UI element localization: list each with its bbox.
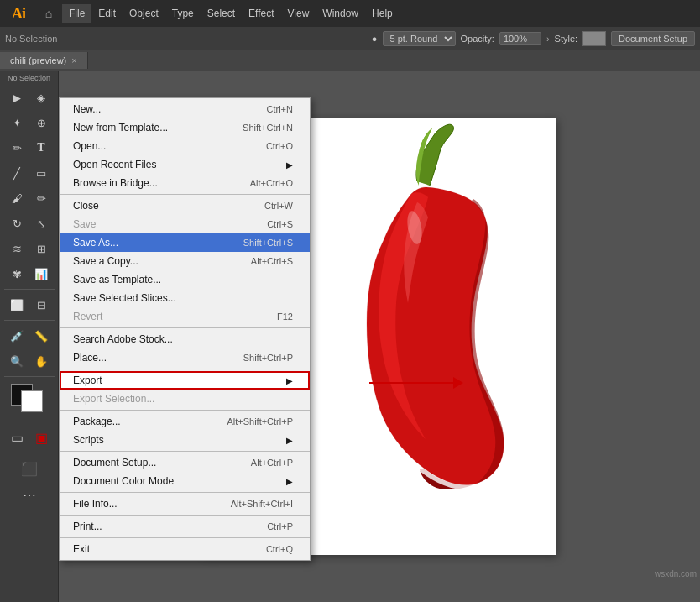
menu-item-save-label: Save (73, 218, 96, 230)
normal-mode[interactable]: ▭ (5, 426, 29, 449)
menu-item-color-mode[interactable]: Document Color Mode ▶ (60, 472, 310, 490)
menu-item-exit-shortcut: Ctrl+Q (266, 544, 293, 554)
main-area: No Selection ▶ ◈ ✦ ⊕ ✏ T ╱ ▭ 🖌 ✏ ↻ ⤡ ≋ ⊞ (0, 71, 700, 602)
warp-tool[interactable]: ≋ (5, 237, 29, 260)
menu-type[interactable]: Type (165, 4, 201, 23)
menu-file[interactable]: File (62, 4, 91, 23)
menu-item-new-shortcut: Ctrl+N (267, 104, 293, 114)
direct-select-tool[interactable]: ◈ (29, 86, 53, 109)
opacity-label: Opacity: (461, 34, 494, 44)
menu-item-new-template-label: New from Template... (73, 122, 168, 133)
pen-tool[interactable]: ✏ (5, 136, 29, 160)
free-transform-tool[interactable]: ⊞ (29, 237, 53, 260)
screen-mode[interactable]: ⬛ (18, 457, 41, 480)
menu-item-new-label: New... (73, 103, 101, 115)
toolbar: No Selection ● 5 pt. Round Opacity: › St… (0, 27, 700, 50)
menu-item-doc-setup-label: Document Setup... (73, 457, 156, 469)
lasso-tool[interactable]: ⊕ (29, 111, 53, 134)
menu-item-save-copy-label: Save a Copy... (73, 255, 138, 267)
menu-item-package[interactable]: Package... Alt+Shift+Ctrl+P (60, 412, 310, 431)
canvas-tab[interactable]: chili (preview) × (0, 52, 88, 69)
menu-item-scripts[interactable]: Scripts ▶ (60, 431, 310, 449)
menu-item-open-label: Open... (73, 140, 106, 152)
tool-row-8: ✾ 📊 (5, 262, 53, 285)
rect-tool[interactable]: ▭ (29, 161, 53, 185)
scale-tool[interactable]: ⤡ (29, 212, 53, 235)
menu-item-save-as[interactable]: Save As... Shift+Ctrl+S (60, 233, 310, 252)
symbol-tool[interactable]: ✾ (5, 262, 29, 285)
menu-edit[interactable]: Edit (91, 4, 123, 23)
slice-tool[interactable]: ⊟ (29, 293, 53, 317)
menu-item-save-copy[interactable]: Save a Copy... Alt+Ctrl+S (60, 252, 310, 270)
separator-6 (60, 492, 310, 493)
canvas-area: New... Ctrl+N New from Template... Shift… (59, 71, 700, 602)
color-area (4, 384, 55, 421)
graph-tool[interactable]: 📊 (29, 262, 53, 285)
menu-window[interactable]: Window (316, 4, 365, 23)
no-selection-side: No Selection (8, 74, 50, 82)
menu-select[interactable]: Select (201, 4, 242, 23)
menu-item-new[interactable]: New... Ctrl+N (60, 100, 310, 118)
hand-tool[interactable]: ✋ (29, 349, 53, 373)
rotate-tool[interactable]: ↻ (5, 212, 29, 235)
type-tool[interactable]: T (29, 136, 53, 160)
measure-tool[interactable]: 📏 (29, 324, 53, 348)
menu-item-search-stock-label: Search Adobe Stock... (73, 333, 173, 345)
menu-item-open[interactable]: Open... Ctrl+O (60, 137, 310, 155)
menu-item-file-info[interactable]: File Info... Alt+Shift+Ctrl+I (60, 495, 310, 513)
stroke-color-box[interactable] (21, 390, 43, 412)
paintbrush-tool[interactable]: 🖌 (5, 186, 29, 210)
extra-btn-1[interactable]: ⋯ (14, 487, 44, 502)
tool-row-3: ✏ T (5, 136, 53, 160)
tool-row-2: ✦ ⊕ (5, 111, 53, 134)
scripts-submenu-arrow: ▶ (286, 436, 293, 445)
menu-effect[interactable]: Effect (242, 4, 280, 23)
tool-separator-4 (4, 453, 55, 453)
menu-item-save-template[interactable]: Save as Template... (60, 270, 310, 289)
menu-item-file-info-label: File Info... (73, 498, 118, 510)
menu-view[interactable]: View (281, 4, 316, 23)
menu-object[interactable]: Object (123, 4, 165, 23)
menu-item-doc-setup[interactable]: Document Setup... Alt+Ctrl+P (60, 453, 310, 472)
opacity-input[interactable] (499, 32, 541, 45)
menu-item-search-stock[interactable]: Search Adobe Stock... (60, 330, 310, 348)
menu-item-export-selection: Export Selection... (60, 390, 310, 408)
menu-item-save-as-shortcut: Shift+Ctrl+S (243, 238, 293, 248)
behind-mode[interactable]: ▣ (29, 426, 53, 449)
menu-item-scripts-label: Scripts (73, 434, 104, 446)
document-setup-button[interactable]: Document Setup (611, 31, 695, 46)
artboard-tool[interactable]: ⬜ (5, 293, 29, 317)
menu-item-print[interactable]: Print... Ctrl+P (60, 517, 310, 536)
tool-separator-3 (4, 376, 55, 377)
arrow-line (369, 382, 453, 384)
red-arrow (369, 377, 463, 389)
home-icon[interactable]: ⌂ (39, 3, 59, 24)
magic-wand-tool[interactable]: ✦ (5, 111, 29, 134)
menu-item-open-recent[interactable]: Open Recent Files ▶ (60, 155, 310, 174)
menu-item-exit[interactable]: Exit Ctrl+Q (60, 540, 310, 558)
watermark: wsxdn.com (655, 569, 697, 578)
select-tool[interactable]: ▶ (5, 86, 29, 109)
menu-item-revert-shortcut: F12 (277, 311, 293, 322)
extra-tools: ⋯ (14, 487, 44, 502)
eyedropper-tool[interactable]: 💉 (5, 324, 29, 348)
separator-2 (60, 327, 310, 328)
export-submenu-arrow: ▶ (286, 376, 293, 385)
menu-item-browse[interactable]: Browse in Bridge... Alt+Ctrl+O (60, 174, 310, 192)
brush-select[interactable]: 5 pt. Round (383, 31, 456, 46)
menu-item-export-selection-label: Export Selection... (73, 393, 154, 405)
ai-logo: Ai (5, 0, 32, 27)
menu-item-print-shortcut: Ctrl+P (267, 521, 293, 531)
menu-item-place[interactable]: Place... Shift+Ctrl+P (60, 348, 310, 367)
menu-help[interactable]: Help (365, 4, 400, 23)
menu-item-revert-label: Revert (73, 311, 102, 322)
zoom-tool[interactable]: 🔍 (5, 349, 29, 373)
menu-item-export[interactable]: Export ▶ (60, 371, 310, 390)
line-tool[interactable]: ╱ (5, 161, 29, 185)
pencil-tool[interactable]: ✏ (29, 186, 53, 210)
canvas-tab-close[interactable]: × (71, 55, 76, 65)
menu-item-close[interactable]: Close Ctrl+W (60, 196, 310, 215)
menu-item-new-template[interactable]: New from Template... Shift+Ctrl+N (60, 118, 310, 137)
menu-item-save-slices[interactable]: Save Selected Slices... (60, 289, 310, 307)
menu-item-browse-label: Browse in Bridge... (73, 177, 158, 189)
